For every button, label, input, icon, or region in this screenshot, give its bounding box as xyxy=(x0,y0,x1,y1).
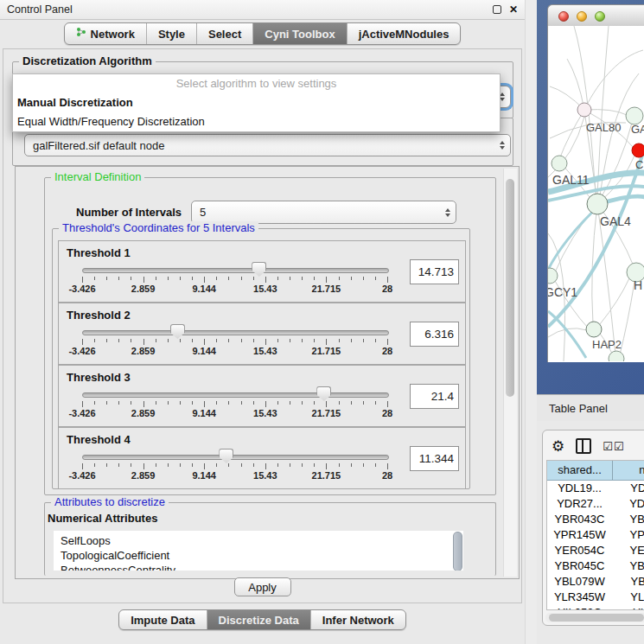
slider-track[interactable] xyxy=(82,268,389,273)
table-row[interactable]: YLR345WYLR3 xyxy=(547,590,644,605)
popup-item-equal-width-frequency-discretization[interactable]: Equal Width/Frequency Discretization xyxy=(13,112,500,131)
threshold-value-field[interactable]: 21.4 xyxy=(410,384,459,409)
minimize-traffic-light-icon[interactable] xyxy=(577,11,587,22)
tab-label: Cyni Toolbox xyxy=(265,28,335,41)
slider-tick xyxy=(277,339,278,342)
popup-item-manual-discretization[interactable]: Manual Discretization xyxy=(13,93,500,112)
list-scrollbar[interactable] xyxy=(452,532,462,570)
float-panel-icon[interactable] xyxy=(493,5,501,14)
table-hscrollbar[interactable] xyxy=(545,613,644,622)
network-node[interactable] xyxy=(609,351,624,361)
node-label-gcy1: GCY1 xyxy=(548,285,577,299)
close-traffic-light-icon[interactable] xyxy=(558,11,569,22)
table-row[interactable]: YBR045CYBR0 xyxy=(547,558,644,574)
edge[interactable] xyxy=(600,278,629,324)
settings-scrollbar-thumb[interactable] xyxy=(506,179,514,397)
network-node[interactable] xyxy=(632,143,644,157)
tab-network[interactable]: Network xyxy=(65,23,146,44)
tab-style[interactable]: Style xyxy=(146,23,196,44)
list-item-betweennesscentrality[interactable]: BetweennessCentrality xyxy=(54,563,463,571)
list-scrollbar-thumb[interactable] xyxy=(453,532,462,571)
numerical-attributes-list[interactable]: SelfLoopsTopologicalCoefficientBetweenne… xyxy=(54,531,463,571)
slider-tick-label: 2.859 xyxy=(131,346,156,356)
column-header-na[interactable]: na xyxy=(613,461,644,480)
column-header-shared[interactable]: shared... xyxy=(547,461,613,480)
table-row[interactable]: YDR27...YDR2 xyxy=(547,496,644,512)
list-item-selfloops[interactable]: SelfLoops xyxy=(54,531,463,548)
apply-button[interactable]: Apply xyxy=(234,577,291,596)
network-node[interactable] xyxy=(586,322,602,337)
edge[interactable] xyxy=(597,123,632,204)
network-node[interactable] xyxy=(552,156,567,171)
zoom-traffic-light-icon[interactable] xyxy=(595,11,605,22)
slider-tick xyxy=(156,339,156,342)
slider-track[interactable] xyxy=(82,330,389,335)
slider-tick-label: 21.715 xyxy=(312,470,341,481)
network-canvas[interactable]: GAL80GACGAL11GAL4GCY1HHAP2 xyxy=(547,26,644,362)
bottom-tab-discretize-data[interactable]: Discretize Data xyxy=(207,610,310,629)
slider-tick xyxy=(265,339,266,345)
threshold-value-field[interactable]: 6.316 xyxy=(410,322,459,347)
threshold-row: Threshold 3-3.4262.8599.14415.4321.71528… xyxy=(58,365,466,427)
slider-tick xyxy=(326,401,327,407)
threshold-row: Threshold 2-3.4262.8599.14415.4321.71528… xyxy=(58,303,466,365)
close-icon[interactable]: ✕ xyxy=(509,3,518,16)
node-label-gal11: GAL11 xyxy=(552,173,590,187)
network-node[interactable] xyxy=(577,103,591,117)
slider-tick-label: 9.144 xyxy=(192,284,216,294)
tab-cyni-toolbox[interactable]: Cyni Toolbox xyxy=(252,23,346,44)
slider-thumb[interactable] xyxy=(316,386,331,401)
panel-title: Control Panel xyxy=(7,3,73,16)
table-panel-title: Table Panel xyxy=(549,402,608,415)
slider-tick-label: 9.144 xyxy=(192,408,216,418)
slider-tick xyxy=(204,401,205,407)
table-row[interactable]: YDL19...YDL1 xyxy=(547,481,644,496)
bottom-tab-impute-data[interactable]: Impute Data xyxy=(119,610,206,629)
select-columns-icons[interactable]: ☑☑ xyxy=(603,440,623,453)
threshold-label: Threshold 2 xyxy=(67,309,131,322)
table-data-combo[interactable]: galFiltered.sif default node xyxy=(24,134,511,156)
table-cell: YIL052C xyxy=(547,605,612,610)
slider-tick xyxy=(143,277,144,283)
edge[interactable] xyxy=(597,204,634,266)
checkbox-icon[interactable]: ☑ xyxy=(614,440,624,453)
slider-tick xyxy=(168,401,169,405)
slider-track[interactable] xyxy=(82,455,389,460)
bottom-tab-infer-network[interactable]: Infer Network xyxy=(310,610,405,629)
node-table-card: ⚙ ☑☑ shared...na YDL19...YDL1YDR27...YDR… xyxy=(542,430,644,626)
slider-thumb[interactable] xyxy=(219,449,233,463)
selected-edge[interactable] xyxy=(548,311,586,358)
tab-select[interactable]: Select xyxy=(196,23,252,44)
slider-track[interactable] xyxy=(82,392,389,398)
table-row[interactable]: YER054CYER0 xyxy=(547,543,644,558)
slider-thumb[interactable] xyxy=(170,324,185,339)
checkbox-icon[interactable]: ☑ xyxy=(603,440,613,453)
edge[interactable] xyxy=(560,110,584,157)
network-node[interactable] xyxy=(626,107,643,124)
slider-tick xyxy=(387,277,388,283)
gear-icon[interactable]: ⚙ xyxy=(552,439,564,454)
edge[interactable] xyxy=(597,26,609,195)
table-row[interactable]: YIL052CYIL0 xyxy=(547,605,644,610)
table-cell: YBR0 xyxy=(612,558,644,574)
table-row[interactable]: YBR043CYBR0 xyxy=(547,512,644,527)
slider-tick xyxy=(204,463,205,469)
table-row[interactable]: YBL079WYBL0 xyxy=(547,574,644,590)
list-item-topologicalcoefficient[interactable]: TopologicalCoefficient xyxy=(54,548,463,563)
split-columns-icon[interactable] xyxy=(576,438,591,454)
slider-tick xyxy=(314,277,315,280)
threshold-value-field[interactable]: 14.713 xyxy=(410,259,459,284)
tab-jactivemnodules[interactable]: jActiveMNodules xyxy=(347,23,461,44)
slider-tick-label: 9.144 xyxy=(192,346,216,356)
slider-tick-label: 15.43 xyxy=(253,284,277,294)
network-node[interactable] xyxy=(587,194,608,214)
slider-thumb[interactable] xyxy=(252,262,266,277)
num-intervals-combo[interactable]: 5 xyxy=(191,201,456,224)
network-window-titlebar[interactable] xyxy=(547,4,644,28)
threshold-value-field[interactable]: 11.344 xyxy=(410,446,459,471)
settings-scrollbar[interactable] xyxy=(503,169,517,577)
control-panel: Control Panel ✕ NetworkStyleSelectCyni T… xyxy=(0,0,525,644)
table-row[interactable]: YPR145WYPR1 xyxy=(547,527,644,543)
table-hscrollbar-thumb[interactable] xyxy=(549,614,644,622)
interval-definition-group: Interval Definition Number of Intervals … xyxy=(44,177,496,495)
